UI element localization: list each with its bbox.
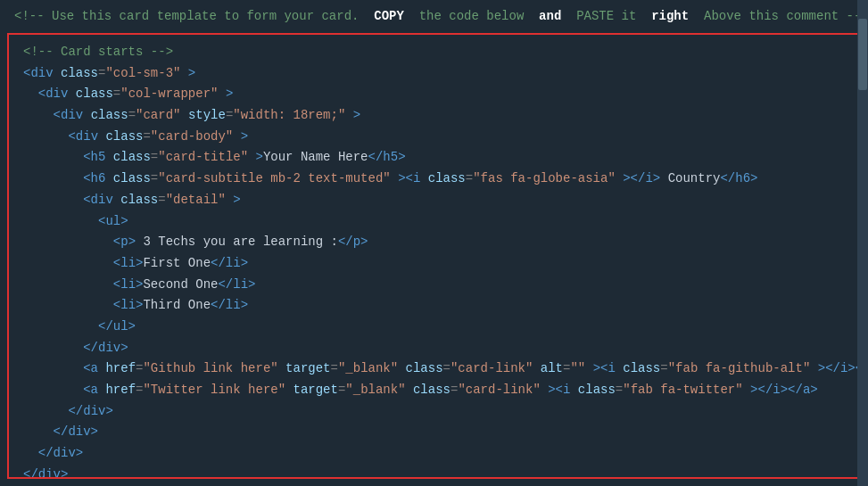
instruction-comment: <!-- Use this card template to form your… — [0, 0, 868, 33]
scrollbar[interactable] — [857, 0, 868, 486]
code-line-18: </div> — [9, 401, 859, 423]
code-line-15: </div> — [9, 338, 859, 359]
right-text: right — [651, 9, 689, 23]
code-line-10: <p> 3 Techs you are learning :</p> — [9, 232, 859, 253]
copy-text: COPY — [374, 9, 404, 23]
code-line-17: <a href="Twitter link here" target="_bla… — [9, 380, 859, 401]
code-line-13: <li>Third One</li> — [9, 295, 859, 317]
code-line-6: <h5 class="card-title" >Your Name Here</… — [9, 147, 859, 169]
code-block: <!-- Card starts --> <div class="col-sm-… — [7, 33, 861, 479]
scrollbar-thumb[interactable] — [858, 19, 867, 90]
code-line-19: </div> — [9, 422, 859, 443]
and-text: and — [539, 9, 561, 23]
code-line-14: </ul> — [9, 317, 859, 338]
code-line-21: </div> — [9, 465, 859, 479]
code-line-4: <div class="card" style="width: 18rem;" … — [9, 105, 859, 127]
editor-container: <!-- Use this card template to form your… — [0, 0, 868, 486]
code-line-2: <div class="col-sm-3" > — [9, 63, 859, 85]
code-line-7: <h6 class="card-subtitle mb-2 text-muted… — [9, 169, 859, 190]
code-line-3: <div class="col-wrapper" > — [9, 84, 859, 105]
code-line-16: <a href="Github link here" target="_blan… — [9, 358, 859, 380]
code-line-1: <!-- Card starts --> — [9, 42, 859, 63]
code-line-12: <li>Second One</li> — [9, 275, 859, 296]
code-line-5: <div class="card-body" > — [9, 127, 859, 148]
code-line-20: </div> — [9, 443, 859, 465]
code-line-8: <div class="detail" > — [9, 190, 859, 211]
code-line-9: <ul> — [9, 211, 859, 233]
code-line-11: <li>First One</li> — [9, 253, 859, 275]
